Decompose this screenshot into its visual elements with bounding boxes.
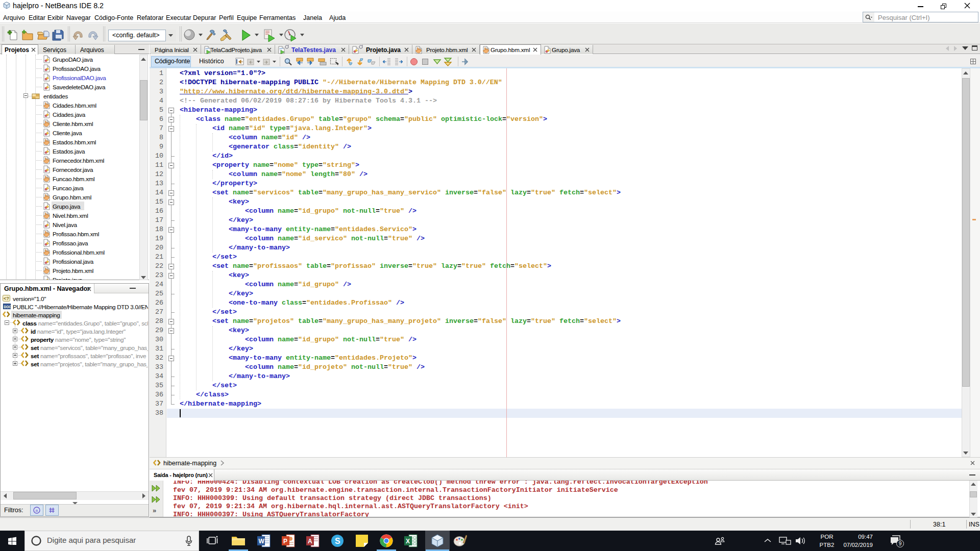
svg-text:<?: <? <box>4 296 9 302</box>
svg-text:W: W <box>259 538 265 545</box>
svg-text:a: a <box>36 508 38 513</box>
svg-text:X: X <box>406 538 410 545</box>
svg-text:A: A <box>308 538 312 545</box>
svg-text:DOC: DOC <box>4 305 11 309</box>
svg-text:S: S <box>335 537 340 545</box>
svg-text:P: P <box>283 538 287 545</box>
